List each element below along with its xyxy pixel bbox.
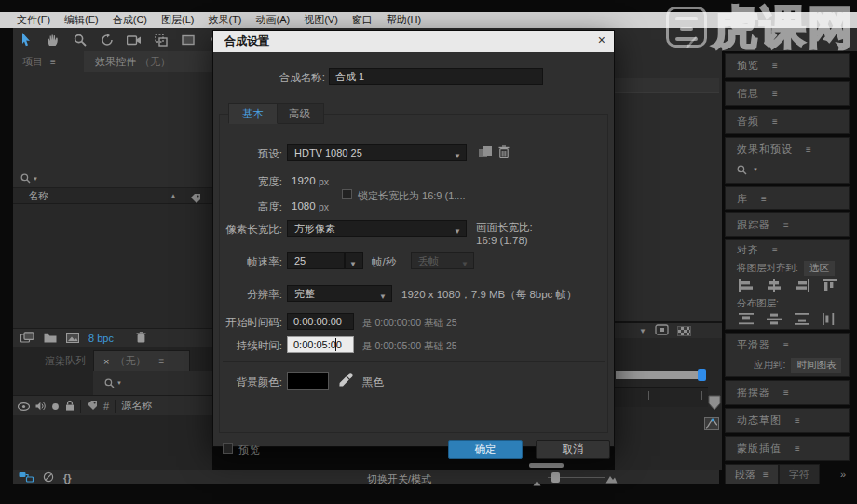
expressions-icon[interactable]: {}	[63, 472, 72, 484]
transparency-grid-icon[interactable]	[677, 326, 691, 336]
panel-tracker[interactable]: 跟踪器≡	[725, 212, 850, 237]
time-ruler[interactable]	[615, 387, 708, 407]
panel-library[interactable]: 库≡	[725, 186, 850, 210]
duration-input[interactable]: 0:00:05:00	[287, 336, 354, 353]
bit-depth-button[interactable]: 8 bpc	[88, 333, 114, 344]
panel-menu-icon[interactable]: ≡	[772, 116, 778, 127]
frame-rate-caret-button[interactable]: ▼	[345, 252, 363, 269]
ok-button[interactable]: 确定	[448, 440, 523, 459]
source-name-column[interactable]: 源名称	[121, 399, 152, 413]
distribute-vcenter-icon[interactable]	[767, 312, 782, 329]
audio-icon[interactable]	[35, 398, 46, 415]
preset-dropdown[interactable]: HDTV 1080 25 ▼	[287, 144, 467, 161]
brush-tool-icon[interactable]	[685, 35, 698, 52]
align-top-icon[interactable]	[823, 279, 837, 295]
interpret-footage-icon[interactable]	[20, 330, 34, 347]
panel-motion-sketch[interactable]: 动态草图≡	[725, 408, 850, 433]
tab-paragraph[interactable]: 段落 ≡	[725, 464, 779, 484]
delete-preset-icon[interactable]	[498, 145, 510, 162]
panel-preview[interactable]: 预览≡	[725, 53, 850, 78]
lock-aspect-checkbox[interactable]	[342, 189, 352, 199]
panel-smoother[interactable]: 平滑器≡ 应用到: 时间图表	[725, 333, 850, 377]
more-panels-icon[interactable]: »	[840, 469, 850, 480]
dialog-close-icon[interactable]: ×	[598, 33, 605, 48]
cancel-button[interactable]: 取消	[536, 440, 610, 459]
lock-icon[interactable]	[65, 398, 75, 415]
pan-behind-tool-icon[interactable]	[154, 33, 169, 48]
solo-icon[interactable]	[51, 398, 60, 415]
menu-item-composition[interactable]: 合成(C)	[113, 13, 147, 27]
sort-ascending-icon[interactable]: ▲	[170, 192, 177, 200]
zoom-in-mountain-icon[interactable]	[605, 470, 618, 487]
panel-menu-icon[interactable]: ≡	[772, 61, 778, 71]
preview-checkbox-label[interactable]: 预览	[238, 443, 261, 457]
zoom-out-mountain-icon[interactable]	[533, 473, 541, 490]
menu-item-edit[interactable]: 编辑(E)	[64, 13, 99, 27]
height-value[interactable]: 1080	[292, 200, 316, 211]
draft-3d-icon[interactable]	[43, 470, 54, 486]
tab-composition-none[interactable]: × （无） ≡	[93, 350, 190, 371]
panel-menu-icon[interactable]: ≡	[158, 356, 164, 366]
selection-tool-icon[interactable]	[19, 33, 34, 48]
timeline-zoom-handle[interactable]	[551, 472, 560, 483]
project-search-box[interactable]: ▼	[13, 170, 212, 188]
project-item-list[interactable]	[13, 204, 212, 328]
resolution-dropdown[interactable]: 完整 ▼	[287, 285, 392, 302]
tab-basic[interactable]: 基本	[228, 103, 278, 124]
preview-checkbox[interactable]	[223, 443, 233, 454]
panel-info[interactable]: 信息≡	[725, 81, 850, 106]
tab-advanced[interactable]: 高级	[275, 103, 324, 124]
start-timecode-input[interactable]: 0:00:00:00	[287, 313, 354, 330]
panel-menu-icon[interactable]: ≡	[763, 470, 769, 480]
eye-icon[interactable]	[18, 398, 30, 415]
timeline-search-box[interactable]: ▼	[93, 371, 212, 395]
timeline-layer-area[interactable]	[13, 415, 212, 470]
align-center-horizontal-icon[interactable]	[767, 279, 782, 295]
align-right-icon[interactable]	[795, 279, 809, 295]
panel-menu-icon[interactable]: ≡	[772, 245, 778, 255]
toggle-switches-modes-button[interactable]: 切换开关/模式	[367, 472, 431, 486]
tab-character[interactable]: 字符	[779, 464, 820, 484]
camera-tool-icon[interactable]	[127, 33, 142, 48]
time-navigator-bar[interactable]	[616, 371, 704, 379]
trash-icon[interactable]	[136, 330, 146, 347]
menu-item-window[interactable]: 窗口	[352, 13, 373, 27]
menu-item-view[interactable]: 视图(V)	[304, 13, 338, 27]
tab-project[interactable]: 项目 ≡	[13, 51, 84, 72]
panel-menu-icon[interactable]: ≡	[50, 57, 56, 67]
distribute-bottom-icon[interactable]	[795, 312, 809, 329]
effects-search-box[interactable]: ▼	[726, 160, 849, 179]
panel-menu-icon[interactable]: ≡	[783, 340, 789, 350]
zoom-tool-icon[interactable]	[73, 33, 88, 48]
panel-menu-icon[interactable]: ≡	[806, 144, 811, 155]
graph-editor-icon[interactable]	[704, 417, 719, 434]
frame-rate-input[interactable]: 25	[287, 252, 345, 269]
label-color-column-icon[interactable]	[87, 398, 98, 415]
layer-number-column[interactable]: #	[103, 401, 109, 412]
menu-item-animation[interactable]: 动画(A)	[256, 13, 291, 27]
project-name-column-header[interactable]: 名称 ▲	[13, 188, 212, 204]
background-color-swatch[interactable]	[287, 372, 329, 390]
tab-effect-controls[interactable]: 效果控件 （无）	[84, 51, 212, 72]
save-preset-icon[interactable]	[478, 145, 493, 163]
eyedropper-icon[interactable]	[337, 372, 354, 392]
pixel-aspect-dropdown[interactable]: 方形像素 ▼	[287, 220, 467, 237]
horizontal-scrollbar-thumb[interactable]	[529, 463, 564, 468]
lock-aspect-label[interactable]: 锁定长宽比为 16:9 (1....	[358, 189, 466, 203]
panel-effects-presets[interactable]: 效果和预设≡ ▼	[725, 137, 850, 184]
align-left-icon[interactable]	[739, 279, 754, 295]
align-to-dropdown[interactable]: 选区	[804, 261, 835, 276]
menu-item-help[interactable]: 帮助(H)	[387, 13, 421, 27]
panel-menu-icon[interactable]: ≡	[772, 89, 778, 99]
mini-flowchart-icon[interactable]	[19, 470, 34, 486]
panel-align[interactable]: 对齐≡ 将图层对齐到: 选区 分布图层:	[725, 239, 850, 330]
panel-mask-interpolation[interactable]: 蒙版插值≡	[725, 436, 850, 461]
menu-item-effect[interactable]: 效果(T)	[208, 13, 241, 27]
panel-menu-icon[interactable]: ≡	[795, 443, 800, 454]
panel-menu-icon[interactable]: ≡	[795, 415, 800, 426]
width-value[interactable]: 1920	[292, 175, 316, 186]
panel-menu-icon[interactable]: ≡	[783, 220, 789, 230]
shy-marker-icon[interactable]	[708, 395, 721, 415]
panel-menu-icon[interactable]: ≡	[783, 388, 789, 398]
tab-render-queue[interactable]: 渲染队列	[45, 354, 86, 368]
